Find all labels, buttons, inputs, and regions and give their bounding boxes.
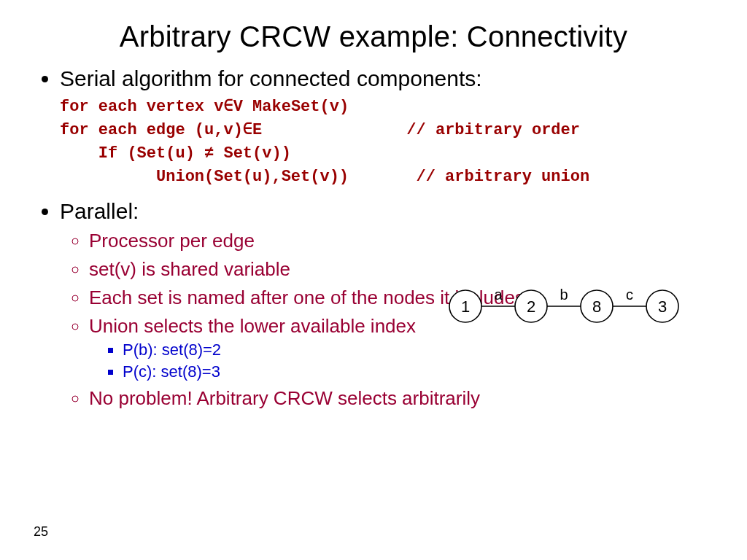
sub-noprob: No problem! Arbitrary CRCW selects arbit… xyxy=(89,387,712,410)
node-1: 1 xyxy=(461,298,470,316)
edge-a: a xyxy=(494,287,503,303)
subsub-pb: P(b): set(8)=2 xyxy=(123,341,712,359)
sub-shared: set(v) is shared variable xyxy=(89,258,712,281)
bullet-list: Serial algorithm for connected component… xyxy=(35,66,712,91)
slide-title: Arbitrary CRCW example: Connectivity xyxy=(35,20,712,53)
slide: Arbitrary CRCW example: Connectivity Ser… xyxy=(0,0,747,410)
sub-proc: Processor per edge xyxy=(89,230,712,252)
graph-diagram: 1 2 8 3 a b c xyxy=(444,286,721,327)
edge-c: c xyxy=(626,287,633,303)
sub-union-label: Union selects the lower available index xyxy=(89,315,416,337)
subsub-pc: P(c): set(8)=3 xyxy=(123,362,712,381)
bullet-serial: Serial algorithm for connected component… xyxy=(60,66,712,91)
edge-b: b xyxy=(560,287,568,303)
page-number: 25 xyxy=(34,524,48,540)
node-2: 2 xyxy=(527,298,535,316)
node-3: 8 xyxy=(592,298,601,316)
node-4: 3 xyxy=(658,298,667,316)
subsub-list: P(b): set(8)=2 P(c): set(8)=3 xyxy=(89,341,712,381)
code-block: for each vertex v∈V MakeSet(v) for each … xyxy=(60,96,712,189)
bullet-parallel-label: Parallel: xyxy=(60,199,139,223)
